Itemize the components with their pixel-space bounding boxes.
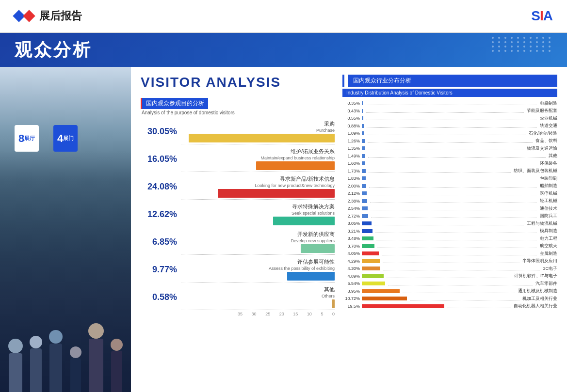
industry-pct: 2.12% bbox=[342, 191, 360, 196]
industry-pct: 10.72% bbox=[342, 296, 360, 301]
logo-diamonds bbox=[15, 12, 33, 20]
chart-bar-fill bbox=[256, 161, 335, 170]
chart-label-cn: 寻求新产品/新技术信息 bbox=[181, 175, 335, 183]
chart-label-en: Assess the possibility of exhibiting bbox=[181, 266, 335, 271]
industry-name: 医疗机械 bbox=[540, 190, 557, 197]
industry-row: 2.00%船舶制造 bbox=[342, 183, 557, 189]
industry-pct: 1.49% bbox=[342, 154, 360, 158]
industry-pct: 4.29% bbox=[342, 259, 360, 264]
industry-dotted-line bbox=[374, 225, 524, 225]
industry-dotted-line bbox=[375, 233, 537, 233]
chart-dotted-line bbox=[181, 254, 335, 255]
chart-label-en: Looking for new product&new technology bbox=[181, 183, 335, 188]
chart-bar-fill bbox=[218, 189, 335, 198]
header: 展后报告 SIA bbox=[0, 0, 567, 33]
industry-bar bbox=[362, 131, 364, 135]
chart-bar-fill bbox=[273, 217, 335, 225]
industry-bar bbox=[362, 304, 444, 308]
industry-row: 0.43%节能及服务配套 bbox=[342, 108, 557, 114]
industry-row: 0.35%电梯制造 bbox=[342, 100, 557, 107]
industry-pct: 0.55% bbox=[342, 116, 360, 121]
industry-list: 0.35%电梯制造0.43%节能及服务配套0.55%农业机械0.88%轨道交通1… bbox=[342, 100, 557, 310]
chart-label-cn: 寻求特殊解决方案 bbox=[181, 203, 335, 210]
chart-label-cn: 评估参展可能性 bbox=[181, 258, 335, 266]
chart-label-cn: 采购 bbox=[181, 120, 335, 127]
industry-row: 1.35%物流及交通运输 bbox=[342, 145, 557, 152]
chart-label-en: Purchase bbox=[181, 128, 335, 133]
industry-name: 航空航天 bbox=[540, 243, 557, 249]
chart-dotted-line bbox=[181, 310, 335, 310]
industry-dotted-line bbox=[370, 203, 537, 203]
industry-bar bbox=[362, 251, 379, 255]
industry-bar bbox=[362, 214, 368, 218]
industry-bar bbox=[362, 289, 400, 293]
industry-dotted-line bbox=[367, 135, 526, 135]
industry-bar bbox=[362, 101, 363, 105]
left-section-label: 国内观众参观目的分析 bbox=[141, 98, 208, 109]
industry-name: 汽车零部件 bbox=[535, 281, 557, 287]
hall-sign-8: 8展厅 bbox=[15, 125, 39, 152]
header-title: 展后报告 bbox=[39, 9, 82, 23]
chart-bar-area: 其他Others bbox=[181, 286, 335, 309]
industry-pct: 1.35% bbox=[342, 146, 360, 151]
industry-bar bbox=[362, 146, 365, 150]
industry-pct: 2.54% bbox=[342, 206, 360, 211]
chart-bar-fill bbox=[287, 272, 335, 281]
industry-dotted-line bbox=[368, 157, 546, 158]
chart-label-en: Develop new suppliers bbox=[181, 238, 335, 243]
industry-pct: 0.43% bbox=[342, 109, 360, 113]
industry-dotted-line bbox=[368, 142, 533, 143]
chart-pct-label: 6.85% bbox=[141, 237, 177, 247]
industry-row: 3.05%工程与物流机械 bbox=[342, 220, 557, 227]
industry-bar bbox=[362, 244, 374, 248]
industry-pct: 2.72% bbox=[342, 214, 360, 219]
industry-row: 3.48%电力工程 bbox=[342, 235, 557, 242]
analysis-panel: VISITOR ANALYSIS 国内观众参观目的分析 Analysis of … bbox=[131, 67, 567, 392]
industry-pct: 4.05% bbox=[342, 251, 360, 256]
industry-name: 轨道交通 bbox=[540, 123, 557, 129]
industry-bar bbox=[362, 191, 367, 195]
industry-name: 其他 bbox=[549, 153, 557, 159]
chart-pct-label: 9.77% bbox=[141, 265, 177, 275]
chart-pct-label: 24.08% bbox=[141, 182, 177, 192]
chart-bar-area: 寻求新产品/新技术信息Looking for new product&new t… bbox=[181, 175, 335, 198]
chart-bar-fill bbox=[301, 244, 335, 253]
industry-row: 4.89%计算机软件、IT与电子 bbox=[342, 273, 557, 280]
industry-row: 1.60%环保装备 bbox=[342, 160, 557, 167]
industry-row: 2.54%通信技术 bbox=[342, 205, 557, 212]
industry-dotted-line bbox=[369, 180, 537, 180]
chart-pct-label: 0.58% bbox=[141, 292, 177, 302]
chart-label-cn: 其他 bbox=[181, 286, 335, 293]
industry-name: 物流及交通运输 bbox=[527, 145, 557, 152]
industry-name: 环保装备 bbox=[540, 160, 557, 167]
chart-row: 12.62%寻求特殊解决方案Seek special solutions bbox=[141, 203, 335, 226]
industry-bar bbox=[362, 206, 368, 210]
industry-name: 农业机械 bbox=[540, 115, 557, 122]
chart-row: 0.58%其他Others bbox=[141, 286, 335, 309]
industry-pct: 8.95% bbox=[342, 289, 360, 294]
chart-dotted-line bbox=[181, 172, 335, 172]
chart-bar-area: 维护/拓展业务关系Maintain/expand business relati… bbox=[181, 148, 335, 171]
industry-pct: 0.35% bbox=[342, 101, 360, 106]
industry-dotted-line bbox=[370, 195, 537, 195]
chart-bar-area: 评估参展可能性Assess the possibility of exhibit… bbox=[181, 258, 335, 281]
industry-bar bbox=[362, 229, 373, 233]
industry-bar bbox=[362, 139, 365, 143]
chart-row: 16.05%维护/拓展业务关系Maintain/expand business … bbox=[141, 148, 335, 171]
industry-bar bbox=[362, 176, 366, 180]
chart-label-en: Maintain/expand business relationship bbox=[181, 156, 335, 160]
header-left: 展后报告 bbox=[15, 9, 107, 23]
industry-name: 半导体照明及应用 bbox=[522, 258, 557, 264]
industry-name: 节能及服务配套 bbox=[527, 108, 557, 114]
industry-row: 1.26%食品、饮料 bbox=[342, 138, 557, 144]
industry-row: 19.5%自动化机器人相关行业 bbox=[342, 303, 557, 310]
industry-row: 0.55%农业机械 bbox=[342, 115, 557, 122]
industry-dotted-line bbox=[447, 308, 511, 308]
chart-bar-track bbox=[181, 216, 335, 226]
industry-subheader: Industry Distribution Analysis of Domest… bbox=[342, 89, 557, 97]
industry-dotted-line bbox=[366, 105, 537, 105]
industry-bar bbox=[362, 109, 363, 113]
industry-dotted-line bbox=[382, 255, 537, 255]
industry-pct: 1.73% bbox=[342, 169, 360, 173]
industry-pct: 2.38% bbox=[342, 199, 360, 204]
